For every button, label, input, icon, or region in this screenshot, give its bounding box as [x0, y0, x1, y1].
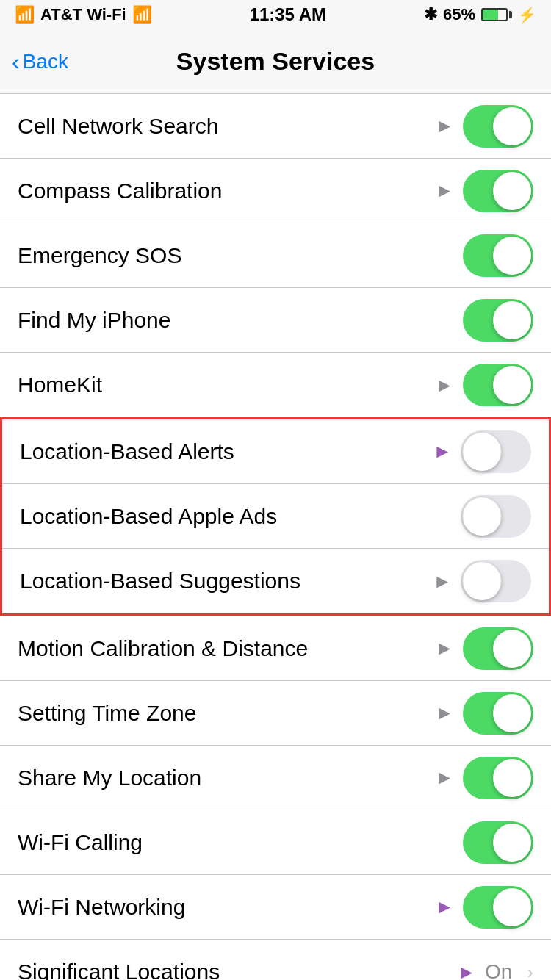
item-right: ►: [435, 105, 533, 148]
item-label: Location-Based Alerts: [20, 439, 433, 464]
list-item[interactable]: Location-Based Alerts ►: [2, 419, 549, 484]
highlighted-location-section: Location-Based Alerts ► Location-Based A…: [0, 417, 551, 616]
wifi-icon: 📶: [132, 5, 152, 24]
item-label: Location-Based Apple Ads: [20, 504, 461, 529]
item-right: [463, 821, 533, 864]
item-label: Cell Network Search: [18, 114, 435, 139]
item-right: ►: [433, 430, 531, 473]
item-label: Emergency SOS: [18, 243, 463, 268]
item-right: [461, 495, 531, 538]
toggle-location-based-suggestions[interactable]: [461, 560, 531, 602]
location-arrow-icon: ►: [435, 702, 454, 724]
back-chevron-icon: ‹: [12, 50, 20, 73]
item-right: [463, 234, 533, 277]
location-arrow-icon: ►: [457, 961, 476, 981]
item-right: [463, 299, 533, 342]
battery-icon: [481, 8, 512, 21]
location-arrow-icon: ►: [435, 766, 454, 789]
list-item-significant-locations[interactable]: Significant Locations ► On ›: [0, 940, 551, 980]
toggle-homekit[interactable]: [463, 364, 533, 406]
list-item[interactable]: Emergency SOS: [0, 223, 551, 288]
signal-icon: 📶: [15, 5, 35, 24]
location-arrow-icon: ►: [433, 570, 452, 593]
location-arrow-icon: ►: [435, 374, 454, 397]
page-title: System Services: [176, 47, 375, 76]
back-label: Back: [23, 50, 68, 73]
item-right: ►: [435, 170, 533, 212]
significant-locations-value: On: [485, 960, 512, 980]
item-label: HomeKit: [18, 372, 435, 397]
item-right: ►: [435, 692, 533, 735]
toggle-emergency-sos[interactable]: [463, 234, 533, 277]
nav-bar: ‹ Back System Services: [0, 29, 551, 94]
location-arrow-icon: ►: [435, 637, 454, 660]
toggle-motion-calibration[interactable]: [463, 627, 533, 670]
list-item[interactable]: Setting Time Zone ►: [0, 681, 551, 746]
toggle-location-based-apple-ads[interactable]: [461, 495, 531, 538]
item-label: Find My iPhone: [18, 308, 463, 333]
list-item[interactable]: Location-Based Apple Ads: [2, 484, 549, 549]
location-arrow-icon: ►: [435, 896, 454, 918]
toggle-share-my-location[interactable]: [463, 757, 533, 799]
list-item[interactable]: Location-Based Suggestions ►: [2, 549, 549, 613]
status-right: ✱ 65% ⚡: [424, 5, 536, 24]
item-label: Compass Calibration: [18, 179, 435, 203]
list-item[interactable]: Share My Location ►: [0, 746, 551, 810]
bottom-settings-list: Motion Calibration & Distance ► Setting …: [0, 616, 551, 980]
location-arrow-icon: ►: [433, 440, 452, 463]
list-item[interactable]: Motion Calibration & Distance ►: [0, 616, 551, 681]
bluetooth-icon: ✱: [424, 5, 437, 24]
item-label: Setting Time Zone: [18, 701, 435, 726]
toggle-setting-time-zone[interactable]: [463, 692, 533, 735]
back-button[interactable]: ‹ Back: [12, 50, 68, 73]
status-time: 11:35 AM: [250, 4, 326, 25]
toggle-compass-calibration[interactable]: [463, 170, 533, 212]
toggle-wifi-networking[interactable]: [463, 886, 533, 929]
list-item[interactable]: Compass Calibration ►: [0, 159, 551, 223]
toggle-wifi-calling[interactable]: [463, 821, 533, 864]
list-item[interactable]: Wi-Fi Calling: [0, 810, 551, 875]
chevron-right-icon: ›: [527, 961, 533, 981]
list-item[interactable]: Wi-Fi Networking ►: [0, 875, 551, 940]
item-label: Wi-Fi Networking: [18, 895, 435, 920]
charging-icon: ⚡: [518, 6, 536, 24]
status-left: 📶 AT&T Wi-Fi 📶: [15, 5, 152, 24]
item-label: Share My Location: [18, 765, 435, 790]
item-right: ►: [433, 560, 531, 602]
item-label: Significant Locations: [18, 959, 457, 980]
item-label: Wi-Fi Calling: [18, 830, 463, 855]
item-right: ►: [435, 886, 533, 929]
item-right: ►: [435, 627, 533, 670]
toggle-location-based-alerts[interactable]: [461, 430, 531, 473]
carrier-label: AT&T Wi-Fi: [40, 5, 126, 24]
status-bar: 📶 AT&T Wi-Fi 📶 11:35 AM ✱ 65% ⚡: [0, 0, 551, 29]
toggle-find-my-iphone[interactable]: [463, 299, 533, 342]
item-right: ►: [435, 364, 533, 406]
list-item[interactable]: Find My iPhone: [0, 288, 551, 353]
item-right: ► On ›: [457, 960, 533, 980]
item-label: Location-Based Suggestions: [20, 569, 433, 594]
list-item[interactable]: HomeKit ►: [0, 353, 551, 417]
list-item[interactable]: Cell Network Search ►: [0, 94, 551, 159]
location-arrow-icon: ►: [435, 115, 454, 137]
item-label: Motion Calibration & Distance: [18, 636, 435, 661]
location-arrow-icon: ►: [435, 179, 454, 202]
settings-list: Cell Network Search ► Compass Calibratio…: [0, 94, 551, 417]
battery-percent: 65%: [443, 5, 475, 24]
toggle-cell-network-search[interactable]: [463, 105, 533, 148]
item-right: ►: [435, 757, 533, 799]
